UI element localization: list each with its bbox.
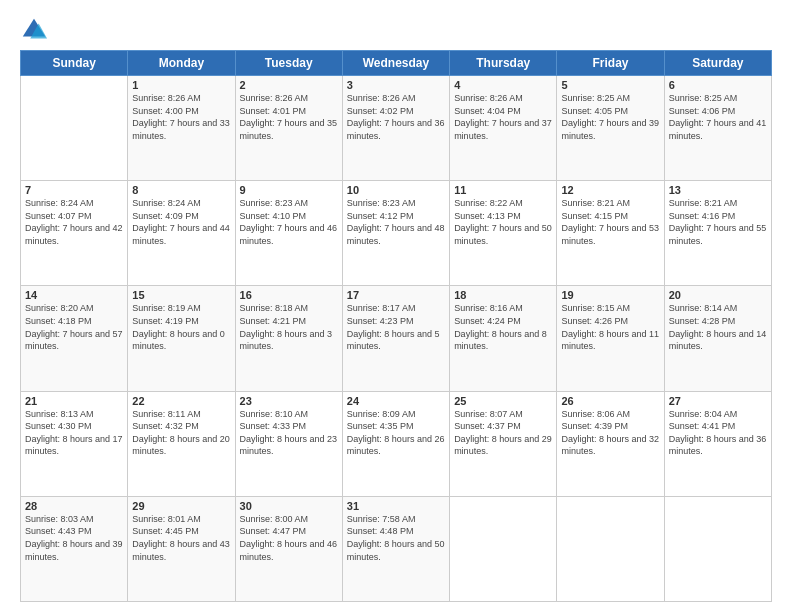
day-info: Sunrise: 7:58 AMSunset: 4:48 PMDaylight:… (347, 513, 445, 563)
day-number: 26 (561, 395, 659, 407)
logo-icon (20, 16, 48, 44)
day-info: Sunrise: 8:25 AMSunset: 4:06 PMDaylight:… (669, 92, 767, 142)
calendar-day-cell: 4Sunrise: 8:26 AMSunset: 4:04 PMDaylight… (450, 76, 557, 181)
day-info: Sunrise: 8:06 AMSunset: 4:39 PMDaylight:… (561, 408, 659, 458)
day-number: 8 (132, 184, 230, 196)
calendar-day-cell: 17Sunrise: 8:17 AMSunset: 4:23 PMDayligh… (342, 286, 449, 391)
calendar-header-row: SundayMondayTuesdayWednesdayThursdayFrid… (21, 51, 772, 76)
day-number: 25 (454, 395, 552, 407)
day-number: 21 (25, 395, 123, 407)
calendar-day-cell (664, 496, 771, 601)
day-info: Sunrise: 8:13 AMSunset: 4:30 PMDaylight:… (25, 408, 123, 458)
day-of-week-header: Saturday (664, 51, 771, 76)
day-info: Sunrise: 8:10 AMSunset: 4:33 PMDaylight:… (240, 408, 338, 458)
day-info: Sunrise: 8:26 AMSunset: 4:01 PMDaylight:… (240, 92, 338, 142)
calendar-day-cell: 9Sunrise: 8:23 AMSunset: 4:10 PMDaylight… (235, 181, 342, 286)
day-info: Sunrise: 8:07 AMSunset: 4:37 PMDaylight:… (454, 408, 552, 458)
day-number: 13 (669, 184, 767, 196)
day-number: 1 (132, 79, 230, 91)
calendar-day-cell: 3Sunrise: 8:26 AMSunset: 4:02 PMDaylight… (342, 76, 449, 181)
day-number: 2 (240, 79, 338, 91)
calendar-day-cell: 5Sunrise: 8:25 AMSunset: 4:05 PMDaylight… (557, 76, 664, 181)
day-number: 12 (561, 184, 659, 196)
day-info: Sunrise: 8:21 AMSunset: 4:16 PMDaylight:… (669, 197, 767, 247)
day-number: 29 (132, 500, 230, 512)
calendar-day-cell: 27Sunrise: 8:04 AMSunset: 4:41 PMDayligh… (664, 391, 771, 496)
day-number: 9 (240, 184, 338, 196)
day-info: Sunrise: 8:00 AMSunset: 4:47 PMDaylight:… (240, 513, 338, 563)
day-info: Sunrise: 8:03 AMSunset: 4:43 PMDaylight:… (25, 513, 123, 563)
day-info: Sunrise: 8:23 AMSunset: 4:10 PMDaylight:… (240, 197, 338, 247)
day-of-week-header: Friday (557, 51, 664, 76)
day-info: Sunrise: 8:24 AMSunset: 4:09 PMDaylight:… (132, 197, 230, 247)
calendar: SundayMondayTuesdayWednesdayThursdayFrid… (20, 50, 772, 602)
day-of-week-header: Thursday (450, 51, 557, 76)
day-number: 31 (347, 500, 445, 512)
day-info: Sunrise: 8:19 AMSunset: 4:19 PMDaylight:… (132, 302, 230, 352)
calendar-day-cell: 22Sunrise: 8:11 AMSunset: 4:32 PMDayligh… (128, 391, 235, 496)
calendar-week-row: 1Sunrise: 8:26 AMSunset: 4:00 PMDaylight… (21, 76, 772, 181)
calendar-day-cell: 18Sunrise: 8:16 AMSunset: 4:24 PMDayligh… (450, 286, 557, 391)
day-number: 15 (132, 289, 230, 301)
day-info: Sunrise: 8:23 AMSunset: 4:12 PMDaylight:… (347, 197, 445, 247)
day-info: Sunrise: 8:17 AMSunset: 4:23 PMDaylight:… (347, 302, 445, 352)
day-number: 18 (454, 289, 552, 301)
day-number: 11 (454, 184, 552, 196)
day-number: 5 (561, 79, 659, 91)
calendar-day-cell: 29Sunrise: 8:01 AMSunset: 4:45 PMDayligh… (128, 496, 235, 601)
calendar-day-cell: 20Sunrise: 8:14 AMSunset: 4:28 PMDayligh… (664, 286, 771, 391)
day-number: 3 (347, 79, 445, 91)
day-number: 7 (25, 184, 123, 196)
calendar-day-cell: 23Sunrise: 8:10 AMSunset: 4:33 PMDayligh… (235, 391, 342, 496)
day-number: 30 (240, 500, 338, 512)
day-info: Sunrise: 8:21 AMSunset: 4:15 PMDaylight:… (561, 197, 659, 247)
day-info: Sunrise: 8:26 AMSunset: 4:04 PMDaylight:… (454, 92, 552, 142)
day-info: Sunrise: 8:22 AMSunset: 4:13 PMDaylight:… (454, 197, 552, 247)
calendar-day-cell (21, 76, 128, 181)
day-number: 4 (454, 79, 552, 91)
calendar-day-cell: 14Sunrise: 8:20 AMSunset: 4:18 PMDayligh… (21, 286, 128, 391)
calendar-day-cell: 26Sunrise: 8:06 AMSunset: 4:39 PMDayligh… (557, 391, 664, 496)
day-number: 20 (669, 289, 767, 301)
day-info: Sunrise: 8:04 AMSunset: 4:41 PMDaylight:… (669, 408, 767, 458)
calendar-day-cell (450, 496, 557, 601)
calendar-day-cell: 16Sunrise: 8:18 AMSunset: 4:21 PMDayligh… (235, 286, 342, 391)
calendar-day-cell: 25Sunrise: 8:07 AMSunset: 4:37 PMDayligh… (450, 391, 557, 496)
day-number: 22 (132, 395, 230, 407)
day-of-week-header: Monday (128, 51, 235, 76)
calendar-week-row: 28Sunrise: 8:03 AMSunset: 4:43 PMDayligh… (21, 496, 772, 601)
day-info: Sunrise: 8:25 AMSunset: 4:05 PMDaylight:… (561, 92, 659, 142)
calendar-day-cell: 24Sunrise: 8:09 AMSunset: 4:35 PMDayligh… (342, 391, 449, 496)
calendar-day-cell: 2Sunrise: 8:26 AMSunset: 4:01 PMDaylight… (235, 76, 342, 181)
calendar-day-cell: 28Sunrise: 8:03 AMSunset: 4:43 PMDayligh… (21, 496, 128, 601)
day-info: Sunrise: 8:26 AMSunset: 4:02 PMDaylight:… (347, 92, 445, 142)
day-info: Sunrise: 8:15 AMSunset: 4:26 PMDaylight:… (561, 302, 659, 352)
day-number: 23 (240, 395, 338, 407)
calendar-day-cell: 15Sunrise: 8:19 AMSunset: 4:19 PMDayligh… (128, 286, 235, 391)
calendar-day-cell: 11Sunrise: 8:22 AMSunset: 4:13 PMDayligh… (450, 181, 557, 286)
day-number: 28 (25, 500, 123, 512)
day-number: 14 (25, 289, 123, 301)
calendar-day-cell: 7Sunrise: 8:24 AMSunset: 4:07 PMDaylight… (21, 181, 128, 286)
calendar-week-row: 7Sunrise: 8:24 AMSunset: 4:07 PMDaylight… (21, 181, 772, 286)
day-info: Sunrise: 8:09 AMSunset: 4:35 PMDaylight:… (347, 408, 445, 458)
day-of-week-header: Sunday (21, 51, 128, 76)
day-number: 10 (347, 184, 445, 196)
header (20, 16, 772, 44)
day-number: 17 (347, 289, 445, 301)
calendar-day-cell: 19Sunrise: 8:15 AMSunset: 4:26 PMDayligh… (557, 286, 664, 391)
day-info: Sunrise: 8:14 AMSunset: 4:28 PMDaylight:… (669, 302, 767, 352)
day-info: Sunrise: 8:24 AMSunset: 4:07 PMDaylight:… (25, 197, 123, 247)
calendar-day-cell: 31Sunrise: 7:58 AMSunset: 4:48 PMDayligh… (342, 496, 449, 601)
day-info: Sunrise: 8:20 AMSunset: 4:18 PMDaylight:… (25, 302, 123, 352)
day-number: 24 (347, 395, 445, 407)
day-info: Sunrise: 8:01 AMSunset: 4:45 PMDaylight:… (132, 513, 230, 563)
day-of-week-header: Tuesday (235, 51, 342, 76)
calendar-day-cell: 6Sunrise: 8:25 AMSunset: 4:06 PMDaylight… (664, 76, 771, 181)
day-info: Sunrise: 8:18 AMSunset: 4:21 PMDaylight:… (240, 302, 338, 352)
calendar-week-row: 14Sunrise: 8:20 AMSunset: 4:18 PMDayligh… (21, 286, 772, 391)
day-info: Sunrise: 8:16 AMSunset: 4:24 PMDaylight:… (454, 302, 552, 352)
calendar-day-cell: 10Sunrise: 8:23 AMSunset: 4:12 PMDayligh… (342, 181, 449, 286)
day-number: 16 (240, 289, 338, 301)
calendar-day-cell: 30Sunrise: 8:00 AMSunset: 4:47 PMDayligh… (235, 496, 342, 601)
